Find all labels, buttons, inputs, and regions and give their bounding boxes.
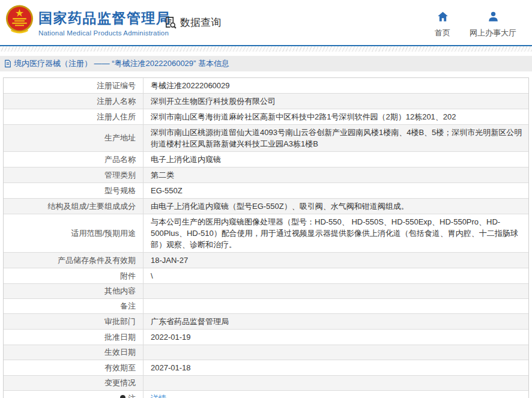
row-label: 管理类别: [4, 167, 144, 182]
national-emblem-icon: [5, 2, 34, 37]
home-label: 首页: [435, 28, 450, 38]
data-query-nav[interactable]: 数据查询: [163, 16, 221, 29]
row-label: 型号规格: [4, 183, 144, 198]
table-row: 注册人住所深圳市南山区粤海街道麻岭社区高新中区科技中2路1号深圳软件园（2期）1…: [4, 109, 528, 124]
row-value: 第二类: [144, 167, 528, 182]
row-value: 2027-01-18: [144, 360, 528, 375]
row-value: \: [144, 268, 528, 283]
table-row: 批准日期2022-01-19: [4, 329, 528, 345]
row-label: 注册证编号: [4, 78, 144, 93]
row-value: 电子上消化道内窥镜: [144, 152, 528, 167]
note-dot-icon: [120, 395, 125, 398]
row-value: 详情: [144, 391, 528, 398]
home-nav[interactable]: 首页: [435, 10, 450, 38]
row-value: 深圳市南山区粤海街道麻岭社区高新中区科技中2路1号深圳软件园（2期）12栋201…: [144, 109, 528, 124]
spacer: [0, 71, 532, 77]
row-label: 适用范围/预期用途: [4, 214, 144, 252]
user-icon: [487, 10, 500, 25]
spacer: [0, 52, 532, 56]
top-nav: 首页 网上办事大厅: [435, 10, 516, 38]
table-row: 其他内容: [4, 283, 528, 298]
table-row: 审批部门广东省药品监督管理局: [4, 313, 528, 329]
info-table: 注册证编号粤械注准20222060029注册人名称深圳开立生物医疗科技股份有限公…: [3, 77, 529, 398]
table-row: 适用范围/预期用途与本公司生产的医用内窥镜图像处理器（型号：HD-550、 HD…: [4, 214, 528, 252]
details-link[interactable]: 详情: [151, 393, 166, 398]
brand-block: 国家药品监督管理局 National Medical Products Admi…: [38, 9, 171, 37]
row-label: 变更情况: [4, 376, 144, 390]
hatch-band: [0, 46, 532, 52]
row-label: 结构及组成/主要组成成分: [4, 199, 144, 214]
table-row: 产品名称电子上消化道内窥镜: [4, 151, 528, 167]
data-query-label: 数据查询: [180, 16, 221, 29]
table-row: 生效日期: [4, 345, 528, 360]
table-row: 备注: [4, 298, 528, 313]
table-row: 注册人名称深圳开立生物医疗科技股份有限公司: [4, 93, 528, 109]
row-label: 批准日期: [4, 330, 144, 345]
row-value: 与本公司生产的医用内窥镜图像处理器（型号：HD-550、 HD-550S、HD-…: [144, 214, 528, 252]
table-row: 有效期至2027-01-18: [4, 360, 528, 375]
table-row: 注详情: [4, 390, 528, 398]
table-row: 型号规格EG-550Z: [4, 182, 528, 198]
table-row: 产品储存条件及有效期18-JAN-27: [4, 252, 528, 268]
service-hall-label: 网上办事大厅: [470, 28, 516, 38]
row-label: 产品名称: [4, 152, 144, 167]
table-row: 变更情况: [4, 375, 528, 390]
row-value: 广东省药品监督管理局: [144, 314, 528, 329]
row-value: 18-JAN-27: [144, 253, 528, 268]
row-label: 产品储存条件及有效期: [4, 253, 144, 268]
table-row: 生产地址深圳市南山区桃源街道留仙大道4093号南山云谷创新产业园南风楼1楼南、4…: [4, 124, 528, 151]
row-value: [144, 345, 528, 360]
agency-subtitle: National Medical Products Administration: [38, 29, 171, 37]
agency-title: 国家药品监督管理局: [38, 9, 171, 28]
row-value: 2022-01-19: [144, 330, 528, 345]
row-label: 生效日期: [4, 345, 144, 360]
row-value: [144, 284, 528, 298]
row-value: [144, 299, 528, 313]
row-label: 注册人住所: [4, 109, 144, 124]
row-label: 附件: [4, 268, 144, 283]
row-label: 注: [4, 391, 144, 398]
row-label: 有效期至: [4, 360, 144, 375]
site-header: 国家药品监督管理局 National Medical Products Admi…: [0, 0, 532, 45]
row-value: 深圳市南山区桃源街道留仙大道4093号南山云谷创新产业园南风楼1楼南、4楼B、5…: [144, 125, 528, 151]
row-value: [144, 376, 528, 390]
row-value: 粤械注准20222060029: [144, 78, 528, 93]
row-value: EG-550Z: [144, 183, 528, 198]
row-value: 由电子上消化道内窥镜（型号EG-550Z）、吸引阀、水气阀和钳道阀组成。: [144, 199, 528, 214]
table-row: 管理类别第二类: [4, 167, 528, 182]
row-label: 其他内容: [4, 284, 144, 298]
row-value: 深圳开立生物医疗科技股份有限公司: [144, 94, 528, 109]
breadcrumb: 境内医疗器械（注册） —— “粤械注准20222060029” 基本信息: [0, 56, 532, 71]
row-label: 注册人名称: [4, 94, 144, 109]
row-label: 审批部门: [4, 314, 144, 329]
row-label: 生产地址: [4, 125, 144, 151]
table-row: 附件\: [4, 268, 528, 283]
home-icon: [437, 10, 449, 25]
document-icon: [4, 59, 11, 68]
table-row: 结构及组成/主要组成成分由电子上消化道内窥镜（型号EG-550Z）、吸引阀、水气…: [4, 198, 528, 214]
table-row: 注册证编号粤械注准20222060029: [4, 78, 528, 93]
doc-search-icon: [163, 16, 177, 29]
service-hall-nav[interactable]: 网上办事大厅: [470, 10, 516, 38]
row-label: 备注: [4, 299, 144, 313]
breadcrumb-text: 境内医疗器械（注册） —— “粤械注准20222060029” 基本信息: [14, 58, 229, 69]
